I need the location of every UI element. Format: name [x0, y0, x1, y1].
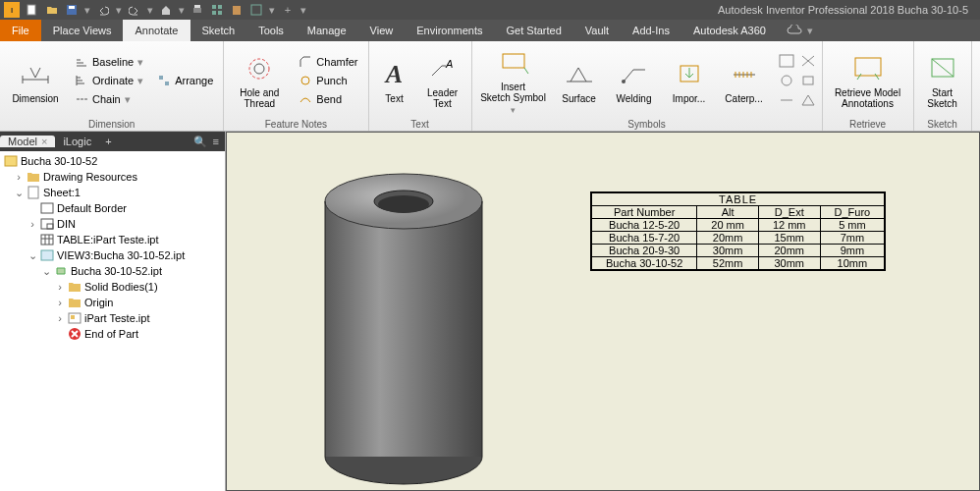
- dropdown-icon[interactable]: ▾: [147, 4, 153, 17]
- retrieve-icon: [851, 52, 885, 85]
- dropdown-icon[interactable]: ▾: [179, 4, 185, 17]
- tab-tools[interactable]: Tools: [246, 20, 296, 41]
- text-button[interactable]: A Text: [375, 58, 414, 104]
- dropdown-icon[interactable]: ▾: [269, 4, 275, 17]
- print-icon[interactable]: [191, 3, 204, 17]
- tree-default-border[interactable]: Default Border: [0, 200, 225, 216]
- panel-feature-notes: Hole and Thread Chamfer Punch Bend Featu…: [224, 41, 368, 131]
- expand-icon[interactable]: ›: [55, 281, 65, 293]
- browser-tab-model[interactable]: Model×: [0, 136, 55, 147]
- plus-icon[interactable]: +: [281, 3, 295, 17]
- hole-thread-button[interactable]: Hole and Thread: [230, 52, 289, 109]
- tree-solid-bodies[interactable]: ›Solid Bodies(1): [0, 279, 225, 295]
- svg-rect-6: [218, 5, 222, 9]
- symbol-extra-icon[interactable]: [800, 74, 816, 87]
- undo-icon[interactable]: [96, 3, 110, 17]
- tree-drawing-resources[interactable]: ›Drawing Resources: [0, 169, 225, 185]
- browser-tab-ilogic[interactable]: iLogic: [55, 136, 99, 147]
- new-icon[interactable]: [26, 3, 39, 17]
- expand-icon[interactable]: ›: [14, 171, 24, 183]
- expand-icon[interactable]: ›: [55, 297, 65, 308]
- tree-din[interactable]: ›DIN: [0, 216, 225, 232]
- drawing-canvas[interactable]: TABLE Part Number Alt D_Ext D_Furo Bucha…: [226, 132, 980, 491]
- svg-rect-31: [41, 235, 53, 245]
- tab-environments[interactable]: Environments: [405, 20, 494, 41]
- app-icon[interactable]: I: [4, 2, 20, 18]
- collapse-icon[interactable]: ⌄: [41, 265, 51, 278]
- panel-title: Dimension: [6, 118, 217, 130]
- expand-icon[interactable]: ›: [27, 218, 37, 230]
- tree-sheet[interactable]: ⌄Sheet:1: [0, 185, 225, 200]
- chamfer-button[interactable]: Chamfer: [295, 54, 361, 70]
- tab-sketch[interactable]: Sketch: [191, 20, 247, 41]
- baseline-button[interactable]: Baseline▾: [71, 54, 147, 70]
- welding-button[interactable]: Welding: [610, 58, 659, 104]
- browser-tab-strip: Model× iLogic + 🔍 ≡: [0, 132, 225, 151]
- tree-end-of-part[interactable]: End of Part: [0, 326, 225, 342]
- retrieve-annotations-button[interactable]: Retrieve Model Annotations: [829, 52, 907, 109]
- chain-button[interactable]: Chain▾: [71, 91, 147, 107]
- tab-place-views[interactable]: Place Views: [41, 20, 124, 41]
- expand-icon[interactable]: ›: [55, 312, 65, 324]
- collapse-icon[interactable]: ⌄: [27, 249, 37, 262]
- svg-rect-17: [503, 54, 524, 68]
- tree-table[interactable]: TABLE:iPart Teste.ipt: [0, 232, 225, 247]
- grid-icon[interactable]: [210, 3, 224, 17]
- caterpillar-button[interactable]: Caterp...: [720, 58, 769, 104]
- tree-ipart[interactable]: ›iPart Teste.ipt: [0, 310, 225, 326]
- symbol-extra-icon[interactable]: [800, 54, 816, 68]
- dropdown-icon[interactable]: ▾: [116, 4, 122, 17]
- menu-icon[interactable]: ≡: [213, 136, 219, 148]
- leader-text-button[interactable]: A Leader Text: [420, 52, 465, 109]
- redo-icon[interactable]: [128, 3, 141, 17]
- save-icon[interactable]: [65, 3, 79, 17]
- close-icon[interactable]: ×: [41, 136, 47, 147]
- collapse-icon[interactable]: ⌄: [14, 187, 24, 199]
- svg-rect-11: [159, 76, 163, 80]
- add-tab-icon[interactable]: +: [99, 136, 117, 147]
- symbol-extra-icon[interactable]: [800, 93, 816, 107]
- tree-view3[interactable]: ⌄VIEW3:Bucha 30-10-52.ipt: [0, 247, 225, 263]
- cloud-icon[interactable]: ▾: [786, 20, 813, 41]
- ribbon: Dimension Baseline▾ Ordinate▾ Chain▾ Arr…: [0, 41, 980, 132]
- dropdown-icon[interactable]: ▾: [300, 4, 306, 17]
- bend-button[interactable]: Bend: [295, 91, 361, 107]
- tab-file[interactable]: File: [0, 20, 41, 41]
- ordinate-button[interactable]: Ordinate▾: [71, 73, 147, 88]
- dimension-button[interactable]: Dimension: [6, 58, 65, 104]
- symbol-extra-icon[interactable]: [779, 93, 794, 107]
- tree-view3-file[interactable]: ⌄Bucha 30-10-52.ipt: [0, 263, 225, 279]
- table-title: TABLE: [591, 192, 885, 206]
- home-icon[interactable]: [159, 3, 173, 17]
- surface-button[interactable]: Surface: [555, 58, 604, 104]
- symbol-extra-icon[interactable]: [779, 54, 794, 68]
- symbol-extra-icon[interactable]: [779, 74, 794, 87]
- dropdown-icon[interactable]: ▾: [84, 4, 90, 17]
- import-button[interactable]: Impor...: [665, 58, 714, 104]
- tree-origin[interactable]: ›Origin: [0, 295, 225, 310]
- search-icon[interactable]: 🔍: [193, 136, 207, 148]
- tab-get-started[interactable]: Get Started: [495, 20, 573, 41]
- insert-sketch-symbol-button[interactable]: Insert Sketch Symbol▾: [478, 46, 549, 115]
- titleblock-icon: [40, 217, 54, 231]
- tree-root[interactable]: Bucha 30-10-52: [0, 153, 225, 169]
- punch-button[interactable]: Punch: [295, 73, 361, 88]
- arrange-button[interactable]: Arrange: [153, 73, 217, 88]
- tab-add-ins[interactable]: Add-Ins: [621, 20, 681, 41]
- tab-view[interactable]: View: [358, 20, 406, 41]
- paste-icon[interactable]: [230, 3, 244, 17]
- start-sketch-button[interactable]: Start Sketch: [920, 52, 965, 109]
- svg-rect-10: [251, 5, 261, 15]
- properties-icon[interactable]: [249, 3, 263, 17]
- chamfer-icon: [299, 55, 312, 69]
- tab-a360[interactable]: Autodesk A360: [681, 20, 778, 41]
- table-row: Bucha 12-5-2020 mm12 mm5 mm: [591, 219, 885, 232]
- import-icon: [673, 58, 706, 91]
- svg-rect-8: [218, 11, 222, 15]
- tab-manage[interactable]: Manage: [296, 20, 358, 41]
- tab-vault[interactable]: Vault: [573, 20, 621, 41]
- folder-icon: [68, 296, 82, 309]
- open-icon[interactable]: [45, 3, 59, 17]
- border-icon: [40, 201, 54, 215]
- tab-annotate[interactable]: Annotate: [123, 20, 190, 41]
